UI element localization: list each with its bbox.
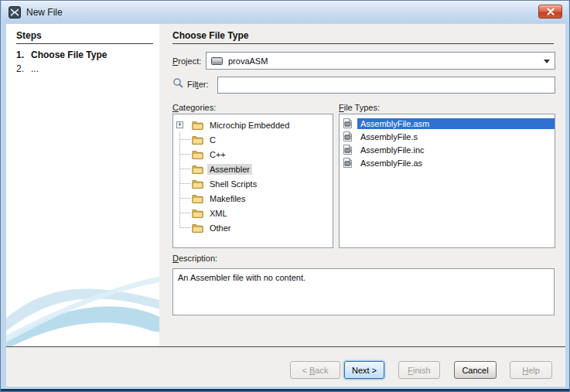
dialog-body: Steps 1. Choose File Type 2. ... Choose … [6, 24, 565, 387]
window-frame-edge [1, 389, 569, 391]
steps-panel: Steps 1. Choose File Type 2. ... [6, 24, 159, 346]
tree-item-shell-scripts[interactable]: Shell Scripts [173, 176, 333, 191]
tree-item-label: C++ [207, 149, 228, 160]
tree-item-other[interactable]: Other [173, 220, 333, 235]
tree-item-label: XML [207, 208, 230, 219]
description-box[interactable]: An Assembler file with no content. [172, 268, 555, 315]
folder-icon [192, 149, 203, 159]
close-icon [547, 8, 555, 15]
chevron-down-icon[interactable] [544, 60, 550, 63]
header-divider [172, 43, 554, 44]
assembly-file-icon [343, 157, 353, 169]
tree-item-assembler[interactable]: Assembler [173, 162, 333, 176]
project-label: Project: [172, 56, 201, 66]
file-type-label: AssemblyFile.inc [357, 145, 555, 155]
assembly-file-icon [343, 131, 353, 142]
back-button[interactable]: < Back [290, 361, 340, 379]
folder-icon [192, 223, 203, 233]
tree-item-xml[interactable]: XML [173, 206, 333, 220]
footer-divider [6, 346, 565, 347]
search-icon [172, 77, 184, 89]
file-type-item-s[interactable]: AssemblyFile.s [340, 130, 555, 143]
decorative-swoosh [6, 268, 159, 346]
file-type-label: AssemblyFile.s [357, 131, 555, 142]
file-type-item-as[interactable]: AssemblyFile.as [340, 156, 555, 169]
folder-icon [192, 179, 203, 189]
step-number: 2. [16, 63, 31, 74]
close-button[interactable] [538, 5, 562, 19]
step-item-1: 1. Choose File Type [16, 49, 107, 60]
folder-icon [192, 164, 203, 174]
step-item-2: 2. ... [16, 63, 39, 74]
assembly-file-icon [343, 118, 353, 129]
tree-item-label: Assembler [207, 164, 252, 175]
description-label: Description: [172, 254, 217, 263]
steps-divider [16, 43, 153, 44]
page-title: Choose File Type [172, 30, 248, 41]
assembly-file-icon [343, 144, 353, 155]
next-button[interactable]: Next > [344, 361, 384, 379]
file-type-label: AssemblyFile.as [357, 158, 555, 169]
file-type-label: AssemblyFile.asm [357, 118, 555, 129]
cancel-button[interactable]: Cancel [454, 361, 497, 379]
tree-item-label: C [207, 135, 218, 145]
tree-item-label: Other [207, 223, 234, 233]
file-types-label: File Types: [339, 103, 380, 112]
tree-item-cpp[interactable]: C++ [173, 147, 333, 162]
steps-title: Steps [16, 30, 42, 41]
categories-tree[interactable]: + Microchip Embedded C C++ Assembler [172, 114, 333, 248]
description-text: An Assembler file with no content. [178, 273, 305, 282]
expand-icon[interactable]: + [176, 121, 183, 128]
help-button[interactable]: Help [510, 361, 552, 379]
project-value: provaASM [228, 56, 268, 66]
folder-icon [192, 208, 203, 218]
filter-label: Filter: [187, 80, 209, 89]
file-type-item-asm[interactable]: AssemblyFile.asm [340, 117, 555, 130]
file-type-item-inc[interactable]: AssemblyFile.inc [340, 143, 555, 156]
tree-item-label: Shell Scripts [207, 179, 259, 189]
categories-label: Categories: [172, 103, 216, 112]
folder-icon [192, 135, 203, 145]
tree-item-makefiles[interactable]: Makefiles [173, 191, 333, 206]
new-file-dialog: New File Steps 1. Choose File Type 2. ..… [0, 0, 570, 392]
filter-input[interactable] [217, 77, 555, 94]
title-bar[interactable]: New File [2, 1, 568, 23]
tree-item-label: Microchip Embedded [207, 120, 292, 131]
window-title: New File [26, 7, 63, 18]
tree-item-microchip-embedded[interactable]: + Microchip Embedded [173, 118, 333, 132]
step-label: Choose File Type [31, 49, 107, 60]
file-types-list[interactable]: AssemblyFile.asm AssemblyFile.s Assembly… [339, 114, 555, 248]
tree-item-label: Makefiles [207, 193, 247, 204]
step-label: ... [31, 63, 39, 74]
mplab-x-icon [9, 6, 21, 19]
folder-icon [192, 120, 203, 130]
project-dropdown[interactable]: provaASM [206, 52, 555, 70]
chip-icon [210, 56, 224, 66]
finish-button[interactable]: Finish [398, 361, 440, 379]
step-number: 1. [16, 49, 31, 60]
tree-item-c[interactable]: C [173, 132, 333, 147]
folder-icon [192, 193, 203, 203]
